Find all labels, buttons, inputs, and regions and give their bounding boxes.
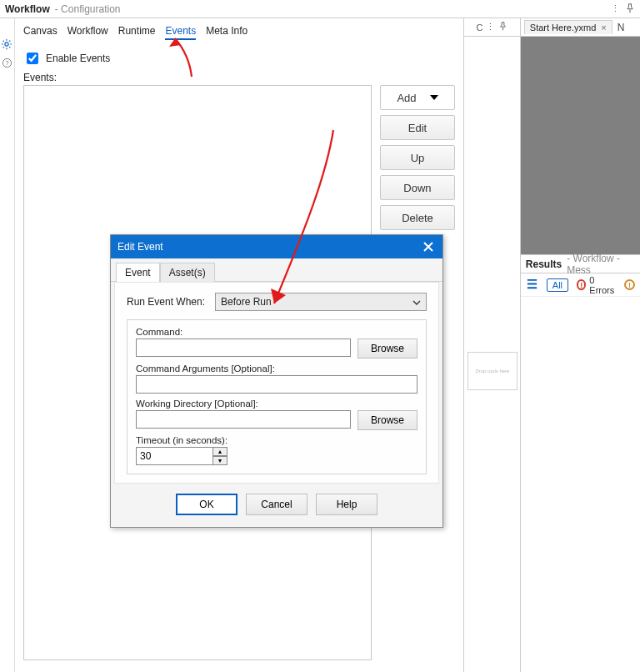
dialog-tab-assets[interactable]: Asset(s): [160, 263, 215, 282]
run-event-when-select[interactable]: Before Run: [215, 293, 427, 311]
delete-button[interactable]: Delete: [380, 205, 455, 230]
events-label: Events:: [23, 72, 455, 83]
help-icon[interactable]: ?: [2, 58, 12, 71]
left-gutter: ?: [0, 18, 15, 672]
run-event-when-label: Run Event When:: [127, 296, 208, 308]
svg-point-0: [5, 43, 8, 46]
warning-icon: !: [624, 279, 635, 290]
canvas-thumbnail[interactable]: Drop tools here: [468, 352, 518, 390]
error-icon: !: [577, 279, 586, 290]
enable-events-checkbox[interactable]: Enable Events: [23, 50, 455, 67]
kebab-icon[interactable]: ⋮: [611, 3, 620, 14]
run-event-when-value: Before Run: [221, 296, 272, 308]
tab-events[interactable]: Events: [165, 25, 196, 40]
chevron-down-icon: [430, 95, 438, 100]
workflow-canvas[interactable]: [521, 37, 640, 255]
timeout-input[interactable]: [136, 447, 212, 465]
pin-icon[interactable]: [625, 3, 635, 15]
results-header: Results - Workflow - Mess: [521, 255, 640, 273]
cancel-button[interactable]: Cancel: [246, 494, 308, 515]
command-args-label: Command Arguments [Optional]:: [136, 364, 418, 374]
up-button[interactable]: Up: [380, 145, 455, 170]
kebab-icon[interactable]: ⋮: [486, 22, 495, 33]
working-dir-label: Working Directory [Optional]:: [136, 399, 418, 409]
panel-title: Workflow: [5, 3, 50, 15]
edit-button[interactable]: Edit: [380, 115, 455, 140]
next-tab-fragment: N: [618, 22, 625, 33]
document-tab-label: Start Here.yxmd: [530, 23, 596, 33]
errors-label: 0 Errors: [589, 275, 616, 295]
timeout-step-up[interactable]: ▲: [212, 447, 228, 456]
timeout-step-down[interactable]: ▼: [212, 456, 228, 465]
close-icon[interactable]: [421, 239, 436, 254]
add-button[interactable]: Add: [380, 85, 455, 110]
command-browse-button[interactable]: Browse: [358, 339, 418, 359]
tab-meta-info[interactable]: Meta Info: [206, 25, 248, 40]
working-dir-input[interactable]: [136, 410, 351, 429]
dialog-titlebar: Edit Event: [111, 235, 442, 258]
command-input[interactable]: [136, 339, 351, 357]
dialog-title: Edit Event: [118, 241, 163, 253]
warning-chip-fragment[interactable]: !: [624, 279, 635, 290]
ok-button[interactable]: OK: [176, 494, 238, 515]
timeout-label: Timeout (in seconds):: [136, 435, 418, 445]
chevron-down-icon: [412, 296, 421, 308]
command-label: Command:: [136, 327, 418, 337]
mid-letter: C: [476, 23, 482, 33]
top-bar: Workflow - Configuration ⋮: [0, 0, 640, 18]
results-filter-row: All ! 0 Errors !: [521, 273, 640, 297]
svg-text:?: ?: [5, 59, 8, 67]
mid-strip: C ⋮ Drop tools here: [464, 18, 521, 672]
config-tabs: Canvas Workflow Runtime Events Meta Info: [15, 18, 463, 43]
edit-event-dialog: Edit Event Event Asset(s) Run Event When…: [110, 234, 443, 528]
results-title: Results: [526, 258, 562, 270]
enable-events-input[interactable]: [27, 53, 38, 64]
working-dir-browse-button[interactable]: Browse: [358, 410, 418, 430]
filter-all[interactable]: All: [547, 278, 568, 292]
tab-workflow[interactable]: Workflow: [68, 25, 108, 40]
command-args-input[interactable]: [136, 375, 418, 394]
results-subtitle: - Workflow - Mess: [567, 253, 635, 276]
down-button[interactable]: Down: [380, 175, 455, 200]
mid-strip-top: C ⋮: [464, 18, 520, 37]
gear-icon[interactable]: [1, 38, 12, 53]
help-button[interactable]: Help: [316, 494, 378, 515]
errors-chip[interactable]: ! 0 Errors: [577, 275, 616, 295]
dialog-tab-event[interactable]: Event: [116, 263, 160, 282]
pin-icon[interactable]: [498, 22, 508, 33]
close-icon[interactable]: ×: [601, 23, 606, 33]
add-button-label: Add: [397, 92, 416, 104]
list-icon[interactable]: [526, 278, 538, 293]
tab-canvas[interactable]: Canvas: [23, 25, 58, 40]
document-tab[interactable]: Start Here.yxmd ×: [524, 20, 612, 34]
enable-events-label: Enable Events: [46, 53, 110, 64]
tab-runtime[interactable]: Runtime: [118, 25, 156, 40]
right-pane: Start Here.yxmd × N Results - Workflow -…: [521, 18, 640, 672]
panel-subtitle: - Configuration: [55, 3, 121, 15]
